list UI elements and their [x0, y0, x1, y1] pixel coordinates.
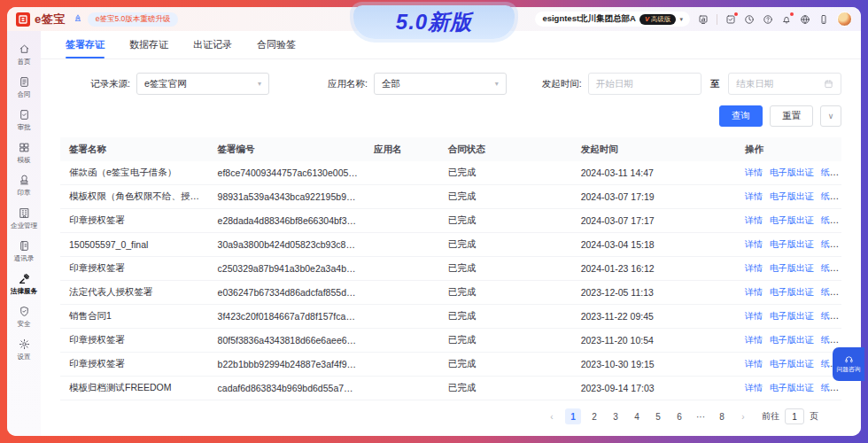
tab[interactable]: 出证记录 [193, 31, 232, 58]
tab[interactable]: 数据存证 [129, 31, 168, 58]
page-number-button[interactable]: 8 [714, 408, 730, 424]
search-button[interactable]: 查询 [719, 105, 763, 127]
paper-cert-link[interactable]: 纸质版出证 [821, 334, 841, 345]
paper-cert-link[interactable]: 纸质版出证 [821, 214, 841, 225]
table-row[interactable]: 催款函（e签宝电子借条） ef8ce74009344757ac6130e0057… [60, 161, 841, 185]
upgrade-badge[interactable]: e签宝5.0版本重磅升级 [88, 12, 179, 27]
page-number-button[interactable]: 5 [650, 408, 666, 424]
table-row[interactable]: 印章授权签署 c250329a87b941a3b0e2a3a4b2395aa7 … [60, 257, 841, 281]
start-time: 2024-03-07 17:17 [572, 215, 736, 226]
column-header: 签署编号 [209, 144, 365, 156]
detail-link[interactable]: 详情 [745, 359, 763, 369]
detail-link[interactable]: 详情 [745, 215, 763, 225]
sidebar-item[interactable]: 印章 [7, 169, 41, 202]
collapse-filter-button[interactable]: ∨ [820, 105, 841, 127]
filter-area: 记录来源: e签宝官网 ▾ 应用名称: 全部 ▾ [41, 59, 861, 127]
sidebar-item[interactable]: 模板 [7, 136, 41, 169]
pagination: ‹ 123456···8 › 前往 页 [60, 400, 841, 432]
record-source-select[interactable]: e签宝官网 ▾ [136, 73, 269, 95]
detail-link[interactable]: 详情 [745, 167, 763, 177]
support-button[interactable]: 问题咨询 [833, 347, 864, 381]
sidebar-item[interactable]: 首页 [7, 38, 41, 71]
paper-cert-link[interactable]: 纸质版出证 [821, 382, 841, 392]
sign-number: b22b1bbb92994b24887e3af4f9860d84 [209, 359, 365, 369]
table-row[interactable]: 印章授权签署 e28dada4d88346bf8e66304bf3acb58e … [60, 209, 841, 233]
tab[interactable]: 签署存证 [66, 31, 105, 58]
globe-icon[interactable] [800, 14, 810, 25]
page-number-button[interactable]: 3 [608, 408, 624, 424]
sidebar-item-label: 审批 [17, 122, 30, 131]
page-number-button[interactable]: ··· [693, 408, 709, 424]
paper-cert-link[interactable]: 纸质版出证 [821, 262, 841, 273]
version-banner: 5.0新版 [353, 5, 515, 39]
page-numbers: 123456···8 [565, 408, 730, 424]
electronic-cert-link[interactable]: 电子版出证 [770, 359, 814, 369]
app-name-select[interactable]: 全部 ▾ [374, 73, 507, 95]
end-date-input[interactable]: 结束日期 [728, 73, 841, 95]
paper-cert-link[interactable]: 纸质版出证 [821, 286, 841, 297]
logo[interactable]: e签宝 [16, 12, 66, 27]
sidebar-item[interactable]: 企业管理 [7, 202, 41, 235]
goto-page-input[interactable] [785, 408, 804, 424]
org-switcher[interactable]: esigntest北川集团总部A V 高级版 ▾ [535, 12, 690, 27]
detail-link[interactable]: 详情 [745, 287, 763, 297]
start-date-input[interactable]: 开始日期 [588, 73, 701, 95]
phone-icon[interactable] [818, 14, 829, 25]
sign-name: 模板权限（角色权限不给、授权对象给） [60, 190, 209, 203]
table-row[interactable]: 法定代表人授权签署 e036247b67334d86adcfaf855d934b… [60, 281, 841, 305]
table-row[interactable]: 模板权限（角色权限不给、授权对象给） 98931a539a4343bca9221… [60, 185, 841, 209]
detail-link[interactable]: 详情 [745, 311, 763, 321]
prev-page-button[interactable]: ‹ [544, 408, 560, 424]
page-number-button[interactable]: 2 [586, 408, 602, 424]
page-unit-label: 页 [810, 410, 818, 423]
table-row[interactable]: 印章授权签署 80f5f3836a4343818d66e6aee6a87bf0 … [60, 329, 841, 353]
sidebar-item[interactable]: 设置 [7, 333, 41, 366]
table-row[interactable]: 印章授权签署 b22b1bbb92994b24887e3af4f9860d84 … [60, 353, 841, 377]
support-label: 问题咨询 [837, 366, 861, 374]
detail-link[interactable]: 详情 [745, 239, 763, 249]
avatar[interactable] [837, 12, 852, 27]
paper-cert-link[interactable]: 纸质版出证 [821, 310, 841, 321]
tab[interactable]: 合同验签 [257, 31, 296, 58]
detail-link[interactable]: 详情 [745, 335, 763, 345]
sign-number: cadaf6d863834b969bd6d55a7dcee849 [209, 383, 365, 393]
sign-name: 150505597_0_final [60, 239, 209, 250]
next-page-button[interactable]: › [735, 408, 751, 424]
todo-icon[interactable] [725, 14, 736, 25]
sidebar-item[interactable]: 通讯录 [7, 235, 41, 268]
detail-link[interactable]: 详情 [745, 191, 763, 201]
electronic-cert-link[interactable]: 电子版出证 [770, 263, 814, 273]
electronic-cert-link[interactable]: 电子版出证 [770, 215, 814, 225]
reset-button[interactable]: 重置 [770, 105, 813, 127]
electronic-cert-link[interactable]: 电子版出证 [770, 383, 814, 392]
page-number-button[interactable]: 6 [671, 408, 687, 424]
clock-icon[interactable] [744, 14, 755, 25]
table-row[interactable]: 模板归档测试FREEDOM cadaf6d863834b969bd6d55a7d… [60, 377, 841, 400]
detail-link[interactable]: 详情 [745, 383, 763, 392]
sidebar-item[interactable]: 安全 [7, 300, 41, 333]
electronic-cert-link[interactable]: 电子版出证 [770, 167, 814, 177]
bell-icon[interactable] [781, 14, 792, 25]
paper-cert-link[interactable]: 纸质版出证 [821, 190, 841, 201]
electronic-cert-link[interactable]: 电子版出证 [770, 239, 814, 249]
approval-icon [19, 109, 30, 120]
paper-cert-link[interactable]: 纸质版出证 [821, 238, 841, 249]
electronic-cert-link[interactable]: 电子版出证 [770, 191, 814, 201]
sidebar-item[interactable]: 合同 [7, 71, 41, 104]
paper-cert-link[interactable]: 纸质版出证 [821, 167, 841, 177]
page-number-button[interactable]: 1 [565, 408, 581, 424]
sidebar-item[interactable]: 审批 [7, 104, 41, 136]
electronic-cert-link[interactable]: 电子版出证 [770, 311, 814, 321]
table-row[interactable]: 150505597_0_final 30a9a3800b424d05823cb9… [60, 233, 841, 257]
sign-name: 催款函（e签宝电子借条） [60, 167, 209, 179]
home-icon [19, 43, 30, 55]
help-icon[interactable] [763, 14, 773, 25]
sidebar-item[interactable]: 法律服务 [7, 268, 41, 300]
page-number-button[interactable]: 4 [629, 408, 645, 424]
console-icon[interactable] [698, 14, 709, 25]
electronic-cert-link[interactable]: 电子版出证 [770, 287, 814, 297]
electronic-cert-link[interactable]: 电子版出证 [770, 335, 814, 345]
detail-link[interactable]: 详情 [745, 263, 763, 273]
start-time: 2023-11-20 10:54 [572, 335, 736, 346]
table-row[interactable]: 销售合同1 3f423c20f0184667a7d8f157fca7774e 已… [60, 305, 841, 329]
